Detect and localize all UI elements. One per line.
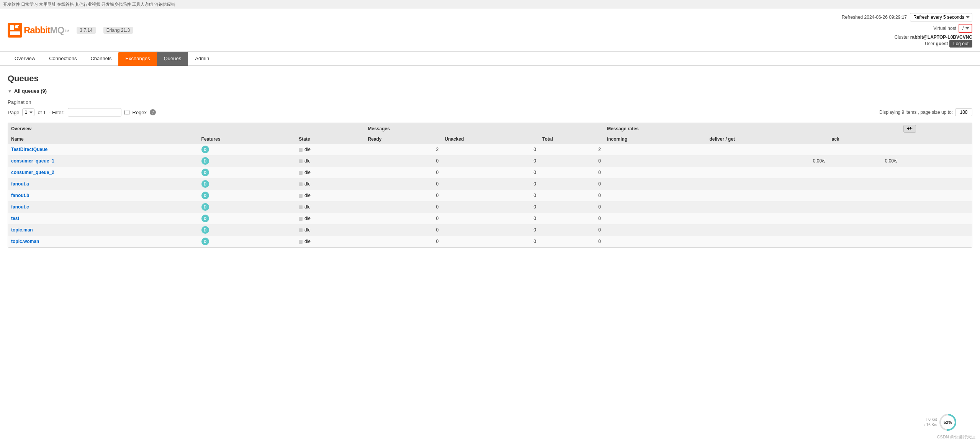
regex-checkbox[interactable] [124,110,129,115]
queues-table: Overview Messages Message rates +/- Name… [8,123,972,247]
queue-features-cell: D [198,190,296,201]
queue-deliver-get-cell: 0.00/s [706,155,828,167]
queue-deliver-get-cell [706,224,828,236]
svg-rect-1 [10,25,14,30]
queue-unacked-cell: 0 [442,155,539,167]
queue-name-link[interactable]: fanout.a [11,181,29,187]
queue-name-link[interactable]: fanout.b [11,193,29,198]
refresh-select[interactable]: Refresh every 5 seconds [910,13,972,21]
queue-name-link[interactable]: fanout.c [11,204,29,210]
queue-ready-cell: 0 [365,201,442,213]
queue-extra-cell [900,144,972,155]
queue-name-cell: topic.man [8,224,198,236]
queue-deliver-get-cell [706,190,828,201]
of-label: of 1 [38,110,46,115]
queue-unacked-cell: 0 [442,236,539,247]
queue-unacked-cell: 0 [442,167,539,178]
table-row: consumer_queue_2Didle000 [8,167,972,178]
queue-unacked-cell: 0 [442,213,539,224]
th-state: State [296,135,365,144]
queue-total-cell: 2 [539,144,604,155]
durable-badge: D [201,226,209,234]
queue-total-cell: 0 [539,190,604,201]
page-select[interactable]: 1 [22,108,34,116]
queue-ready-cell: 0 [365,178,442,190]
logo-text: RabbitMQ™ [24,25,69,36]
queue-name-cell: topic.woman [8,236,198,247]
queue-name-link[interactable]: topic.woman [11,239,39,244]
queues-table-wrapper: Overview Messages Message rates +/- Name… [8,123,972,248]
filter-label: - Filter: [49,110,64,115]
queue-name-link[interactable]: TestDirectQueue [11,147,47,152]
display-info: Displaying 9 items , page size up to: [879,108,972,116]
queue-ack-cell [828,213,900,224]
queue-deliver-get-cell [706,236,828,247]
durable-badge: D [201,146,209,153]
state-square-icon [299,171,303,175]
user-row: User guest Log out [842,40,972,48]
queue-features-cell: D [198,201,296,213]
queue-features-cell: D [198,213,296,224]
queue-extra-cell [900,190,972,201]
table-row: fanout.aDidle000 [8,178,972,190]
queue-deliver-get-cell [706,213,828,224]
table-row: TestDirectQueueDidle202 [8,144,972,155]
logo-area: RabbitMQ™ 3.7.14 Erlang 21.3 [8,23,133,38]
nav-item-channels[interactable]: Channels [83,52,118,66]
queue-extra-cell [900,167,972,178]
nav-item-admin[interactable]: Admin [188,52,216,66]
queue-name-cell: fanout.a [8,178,198,190]
queue-incoming-cell [604,201,707,213]
queue-features-cell: D [198,144,296,155]
page-size-input[interactable] [955,108,972,116]
table-row: fanout.bDidle000 [8,190,972,201]
svg-point-4 [18,26,20,28]
queue-deliver-get-cell [706,144,828,155]
queue-name-link[interactable]: topic.man [11,227,33,233]
queue-ack-cell [828,167,900,178]
all-queues-label: All queues (9) [14,88,47,94]
durable-badge: D [201,215,209,222]
queue-unacked-cell: 0 [442,224,539,236]
cluster-value: rabbit@LAPTOP-L0BVCVNC [910,34,972,40]
queue-deliver-get-cell [706,178,828,190]
queue-features-cell: D [198,224,296,236]
nav-item-connections[interactable]: Connections [42,52,83,66]
help-icon[interactable]: ? [150,109,156,115]
th-extra [900,135,972,144]
nav-item-overview[interactable]: Overview [8,52,42,66]
queue-name-cell: consumer_queue_1 [8,155,198,167]
queue-ack-cell [828,190,900,201]
queue-total-cell: 0 [539,155,604,167]
version-badge: 3.7.14 [77,27,95,34]
state-square-icon [299,182,303,186]
queue-ack-cell [828,144,900,155]
queue-state-cell: idle [296,201,365,213]
virtual-host-row: Virtual host / [842,24,972,33]
queue-features-cell: D [198,236,296,247]
pagination-controls: Page 1 of 1 - Filter: Regex ? Displaying… [8,108,972,116]
queue-extra-cell [900,178,972,190]
queue-name-link[interactable]: consumer_queue_2 [11,170,54,175]
queue-name-link[interactable]: test [11,216,19,221]
nav-item-queues[interactable]: Queues [157,52,188,66]
queue-name-link[interactable]: consumer_queue_1 [11,158,54,164]
queue-state-cell: idle [296,224,365,236]
plus-minus-button[interactable]: +/- [903,125,916,133]
nav-item-exchanges[interactable]: Exchanges [118,52,157,66]
queue-incoming-cell [604,224,707,236]
queue-features-cell: D [198,167,296,178]
queue-ready-cell: 0 [365,155,442,167]
th-ready: Ready [365,135,442,144]
logout-button[interactable]: Log out [949,40,972,48]
state-square-icon [299,148,303,152]
virtual-host-select[interactable]: / [959,24,972,33]
th-deliver-get: deliver / get [706,135,828,144]
durable-badge: D [201,180,209,188]
queue-total-cell: 0 [539,236,604,247]
filter-input[interactable] [68,108,121,116]
header-right: Refreshed 2024-06-26 09:29:17 Refresh ev… [842,13,972,48]
collapse-arrow[interactable]: ▼ [8,89,12,94]
queue-ack-cell [828,236,900,247]
col-group-plusminus: +/- [900,123,972,135]
